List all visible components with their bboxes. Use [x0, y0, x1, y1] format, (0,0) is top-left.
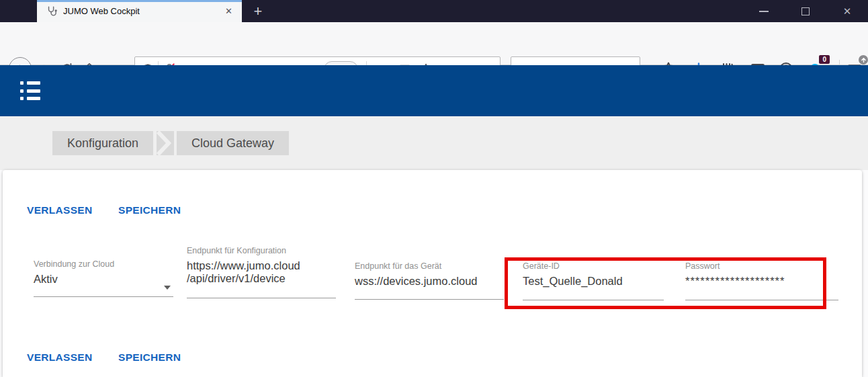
field-label: Verbindung zur Cloud: [34, 259, 173, 269]
save-button-top[interactable]: SPEICHERN: [118, 204, 181, 216]
field-label: Endpunkt für Konfiguration: [187, 246, 336, 255]
field-label: Endpunkt für das Gerät: [355, 261, 504, 271]
list-dot: [20, 97, 24, 100]
active-tab-stripe: [37, 0, 242, 2]
field-value-line2: /api/driver/v1/device: [187, 272, 336, 285]
passwort-field[interactable]: Passwort ********************: [685, 261, 838, 300]
window-close-button[interactable]: ✕: [826, 0, 868, 22]
field-value: wss://devices.jumo.cloud: [355, 275, 504, 288]
screen: JUMO Web Cockpit ✕ + ✕: [0, 0, 868, 377]
endpunkt-geraet-field[interactable]: Endpunkt für das Gerät wss://devices.jum…: [355, 261, 504, 300]
close-icon: ✕: [843, 6, 852, 16]
minimize-icon: [759, 11, 769, 12]
list-line: [27, 81, 40, 85]
list-line: [27, 89, 40, 93]
new-tab-button[interactable]: +: [246, 0, 270, 22]
maximize-icon: [801, 7, 810, 15]
field-value: Test_Quelle_Donald: [523, 275, 664, 288]
list-dot: [20, 81, 24, 85]
breadcrumb: Konfiguration Cloud Gateway: [0, 116, 868, 170]
window-minimize-button[interactable]: [743, 0, 785, 22]
breadcrumb-chevron-icon: [157, 131, 174, 155]
breadcrumb-item-konfiguration[interactable]: Konfiguration: [52, 131, 153, 155]
tab-title: JUMO Web Cockpit: [63, 6, 222, 16]
stethoscope-favicon-icon: [46, 5, 58, 17]
field-value: ********************: [685, 275, 838, 288]
verbindung-zur-cloud-select[interactable]: Verbindung zur Cloud Aktiv: [34, 259, 173, 297]
menu-list-icon[interactable]: [20, 81, 40, 100]
geraete-id-field[interactable]: Geräte-ID Test_Quelle_Donald: [523, 261, 664, 300]
endpunkt-konfiguration-field[interactable]: Endpunkt für Konfiguration https://www.j…: [187, 246, 336, 298]
app-header: JUMO Web Cockpit: [0, 65, 868, 116]
field-label: Geräte-ID: [523, 261, 664, 271]
save-button-bottom[interactable]: SPEICHERN: [118, 351, 181, 364]
leave-button-top[interactable]: VERLASSEN: [27, 204, 92, 216]
update-badge-icon: [859, 55, 868, 65]
field-value: Aktiv: [34, 273, 173, 286]
browser-toolbar: 193.24.15.207:8090/pages/con 90% •••: [0, 22, 868, 65]
leave-button-bottom[interactable]: VERLASSEN: [27, 351, 92, 364]
chevron-down-icon: [164, 286, 171, 290]
browser-tab[interactable]: JUMO Web Cockpit ✕: [37, 0, 242, 22]
breadcrumb-item-cloud-gateway[interactable]: Cloud Gateway: [177, 131, 289, 155]
window-maximize-button[interactable]: [785, 0, 826, 22]
list-dot: [20, 89, 24, 93]
browser-titlebar: JUMO Web Cockpit ✕ + ✕: [0, 0, 868, 22]
window-controls: ✕: [743, 0, 868, 22]
field-value-line1: https://www.jumo.cloud: [187, 259, 336, 272]
tab-close-icon[interactable]: ✕: [222, 5, 235, 17]
list-line: [27, 97, 40, 100]
extension-badge: 0: [819, 55, 830, 64]
field-label: Passwort: [685, 261, 838, 271]
